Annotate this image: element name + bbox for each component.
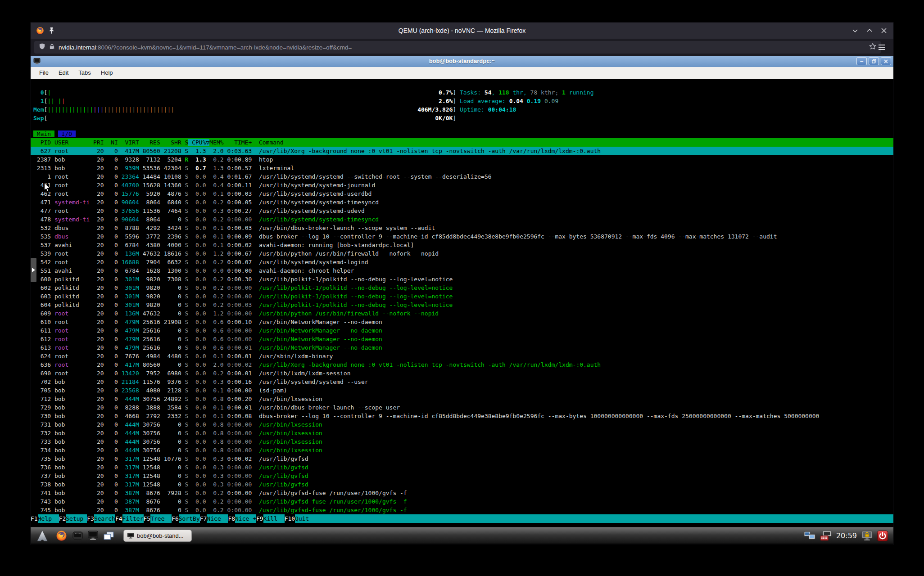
fkey-f6[interactable]: F6: [172, 514, 179, 523]
process-row-733[interactable]: 733 bob 20 0 444M 30756 0 S 0.0 0.8 0:00…: [31, 437, 893, 446]
scroll-marker[interactable]: [31, 258, 36, 282]
firefox-launcher-icon[interactable]: [56, 530, 67, 541]
process-row-462[interactable]: 462 root 20 0 15776 5920 4876 S 0.0 0.1 …: [31, 189, 893, 198]
fkey-f7[interactable]: F7: [200, 514, 207, 523]
process-row-551[interactable]: 551 avahi 20 0 6784 1628 1300 S 0.0 0.0 …: [31, 266, 893, 275]
process-row-732[interactable]: 732 bob 20 0 444M 30756 0 S 0.0 0.8 0:00…: [31, 429, 893, 437]
header-sort-cpu[interactable]: CPU%▽: [188, 139, 209, 146]
terminal-restore-button[interactable]: [869, 57, 879, 65]
app-menu-arch-icon[interactable]: [36, 530, 49, 542]
shield-icon[interactable]: [39, 43, 45, 52]
lxterminal-titlebar[interactable]: bob@bob-standardpc:~ –: [31, 56, 893, 68]
fkey-f9[interactable]: F9: [256, 514, 263, 523]
minimize-button[interactable]: [850, 26, 860, 36]
firefox-titlebar[interactable]: QEMU (arch-lxde) - noVNC — Mozilla Firef…: [31, 22, 893, 39]
fkey-f10[interactable]: F10: [285, 514, 295, 523]
fkey-label-setup[interactable]: Setup: [66, 514, 87, 523]
process-row-737[interactable]: 737 bob 20 0 317M 12548 0 S 0.0 0.3 0:00…: [31, 472, 893, 480]
process-row-604[interactable]: 604 polkitd 20 0 301M 9820 0 S 0.0 0.2 0…: [31, 301, 893, 309]
process-row-612[interactable]: 612 root 20 0 479M 25616 0 S 0.0 0.6 0:0…: [31, 335, 893, 343]
process-row-537[interactable]: 537 avahi 20 0 6784 4380 4000 S 0.0 0.1 …: [31, 241, 893, 249]
fkey-label-help[interactable]: Help: [38, 514, 59, 523]
process-row-603[interactable]: 603 polkitd 20 0 301M 9820 0 S 0.0 0.2 0…: [31, 292, 893, 301]
tab-io[interactable]: I/O: [58, 130, 76, 137]
process-row-729[interactable]: 729 bob 20 0 8288 3888 3584 S 0.0 0.1 0:…: [31, 403, 893, 412]
menu-file[interactable]: File: [34, 67, 54, 79]
process-row-705[interactable]: 705 bob 20 0 23568 4080 2128 S 0.0 0.1 0…: [31, 386, 893, 395]
process-row-743[interactable]: 743 bob 20 0 387M 8676 0 S 0.0 0.2 0:00.…: [31, 497, 893, 506]
process-row-478[interactable]: 478 systemd-ti 20 0 90604 8064 0 S 0.0 0…: [31, 215, 893, 224]
htop-table-header[interactable]: PID USER PRI NI VIRT RES SHR S CPU%▽MEM%…: [31, 138, 893, 147]
menu-edit[interactable]: Edit: [54, 67, 73, 79]
process-row-690[interactable]: 690 root 20 0 13420 7952 6980 S 0.0 0.2 …: [31, 369, 893, 378]
fkey-label-filter[interactable]: Filter: [122, 514, 144, 523]
fkey-f1[interactable]: F1: [31, 514, 38, 523]
process-row-736[interactable]: 736 bob 20 0 317M 12548 0 S 0.0 0.3 0:00…: [31, 463, 893, 472]
terminal-minimize-button[interactable]: –: [856, 57, 867, 65]
process-row-431[interactable]: 431 root 20 0 40700 15628 14360 S 0.0 0.…: [31, 181, 893, 189]
process-row-602[interactable]: 602 polkitd 20 0 301M 9820 0 S 0.0 0.2 0…: [31, 284, 893, 292]
fkey-label-kill[interactable]: Kill: [263, 514, 285, 523]
process-row-542[interactable]: 542 root 20 0 16688 7904 6632 S 0.0 0.2 …: [31, 258, 893, 266]
maximize-button[interactable]: [865, 26, 874, 36]
htop-screen[interactable]: 0[| 0.7%] Tasks: 54, 118 thr, 78 kthr; 1…: [31, 79, 893, 524]
close-button[interactable]: [879, 26, 889, 36]
fkey-f5[interactable]: F5: [144, 514, 151, 523]
tab-main[interactable]: Main: [33, 130, 54, 137]
keyboard-layout-icon[interactable]: [820, 531, 832, 541]
cell-user: systemd-ti: [54, 216, 90, 223]
fkey-f2[interactable]: F2: [59, 514, 66, 523]
process-row-730[interactable]: 730 bob 20 0 4668 2792 2332 S 0.0 0.1 0:…: [31, 412, 893, 420]
fkey-label-tree[interactable]: Tree: [150, 514, 172, 523]
url-bar[interactable]: nvidia.internal:8006/?console=kvm&novnc=…: [34, 41, 881, 54]
process-row-535[interactable]: 535 dbus 20 0 5596 3772 2396 S 0.0 0.1 0…: [31, 232, 893, 241]
process-row-539[interactable]: 539 root 20 0 136M 47632 18616 S 0.0 1.2…: [31, 249, 893, 258]
fkey-f8[interactable]: F8: [228, 514, 235, 523]
network-icon[interactable]: [804, 531, 816, 541]
process-row-609[interactable]: 609 root 20 0 136M 47632 0 S 0.0 1.2 0:0…: [31, 309, 893, 318]
iconify-windows-icon[interactable]: [103, 531, 114, 540]
cell-cpu: 0.0: [188, 447, 206, 454]
fkey-label-nice[interactable]: Nice -: [207, 514, 228, 523]
process-row-1[interactable]: 1 root 20 0 23364 14484 10108 S 0.0 0.4 …: [31, 172, 893, 181]
desktop-monitor-icon[interactable]: [87, 531, 99, 541]
fkey-label-quit[interactable]: Quit: [295, 514, 316, 523]
process-row-532[interactable]: 532 dbus 20 0 8788 4292 3424 S 0.0 0.1 0…: [31, 224, 893, 232]
process-row-2387[interactable]: 2387 bob 20 0 9328 7132 5204 R 1.3 0.2 0…: [31, 155, 893, 164]
fkey-label-search[interactable]: Search: [94, 514, 115, 523]
process-row-610[interactable]: 610 root 20 0 479M 25616 21908 S 0.0 0.6…: [31, 318, 893, 326]
process-row-702[interactable]: 702 bob 20 0 21184 11576 9376 S 0.0 0.3 …: [31, 378, 893, 386]
process-row-741[interactable]: 741 bob 20 0 387M 8676 7928 S 0.0 0.2 0:…: [31, 489, 893, 497]
process-row-745[interactable]: 745 bob 20 0 387M 8676 0 S 0.0 0.2 0:00.…: [31, 506, 893, 514]
vnc-viewport[interactable]: bob@bob-standardpc:~ – File Edit: [31, 56, 893, 544]
clock[interactable]: 20:59: [836, 531, 857, 540]
process-row-636[interactable]: 636 root 20 0 417M 80560 0 S 0.0 2.0 0:0…: [31, 360, 893, 369]
process-row-712[interactable]: 712 bob 20 0 444M 30756 24892 S 0.0 0.8 …: [31, 395, 893, 403]
process-row-735[interactable]: 735 bob 20 0 317M 12548 10776 S 0.0 0.3 …: [31, 454, 893, 463]
process-row-627[interactable]: 627 root 20 0 417M 80560 21208 S 1.3 2.0…: [31, 147, 893, 155]
process-row-738[interactable]: 738 bob 20 0 317M 12548 0 S 0.0 0.3 0:00…: [31, 480, 893, 489]
process-row-600[interactable]: 600 polkitd 20 0 301M 9820 7308 S 0.0 0.…: [31, 275, 893, 284]
fkey-f4[interactable]: F4: [115, 514, 122, 523]
process-row-477[interactable]: 477 root 20 0 37656 11536 7464 S 0.0 0.3…: [31, 207, 893, 215]
fkey-label-nice[interactable]: Nice +: [235, 514, 256, 523]
process-row-734[interactable]: 734 bob 20 0 444M 30756 0 S 0.0 0.8 0:00…: [31, 446, 893, 454]
cell-time: 0:00.10: [224, 319, 252, 325]
process-row-2313[interactable]: 2313 bob 20 0 939M 53536 42304 S 0.7 1.3…: [31, 164, 893, 172]
fkey-f3[interactable]: F3: [87, 514, 94, 523]
menu-tabs[interactable]: Tabs: [73, 67, 95, 79]
process-row-611[interactable]: 611 root 20 0 479M 25616 0 S 0.0 0.6 0:0…: [31, 326, 893, 335]
process-row-624[interactable]: 624 root 20 0 7676 4984 4480 S 0.0 0.1 0…: [31, 352, 893, 360]
menu-icon[interactable]: [875, 41, 888, 54]
taskbar-window-button[interactable]: bob@bob-stand...: [123, 530, 192, 542]
process-row-731[interactable]: 731 bob 20 0 444M 30756 0 S 0.0 0.8 0:00…: [31, 420, 893, 429]
terminal-close-button[interactable]: [881, 57, 891, 65]
lock-icon[interactable]: [49, 43, 55, 52]
lock-screen-icon[interactable]: [861, 531, 873, 541]
menu-help[interactable]: Help: [96, 67, 118, 79]
file-manager-icon[interactable]: [72, 531, 83, 540]
process-row-471[interactable]: 471 systemd-ti 20 0 90604 8064 6840 S 0.…: [31, 198, 893, 207]
fkey-label-sortby[interactable]: SortBy: [179, 514, 200, 523]
power-icon[interactable]: [877, 531, 888, 541]
process-row-613[interactable]: 613 root 20 0 479M 25616 0 S 0.0 0.6 0:0…: [31, 343, 893, 352]
